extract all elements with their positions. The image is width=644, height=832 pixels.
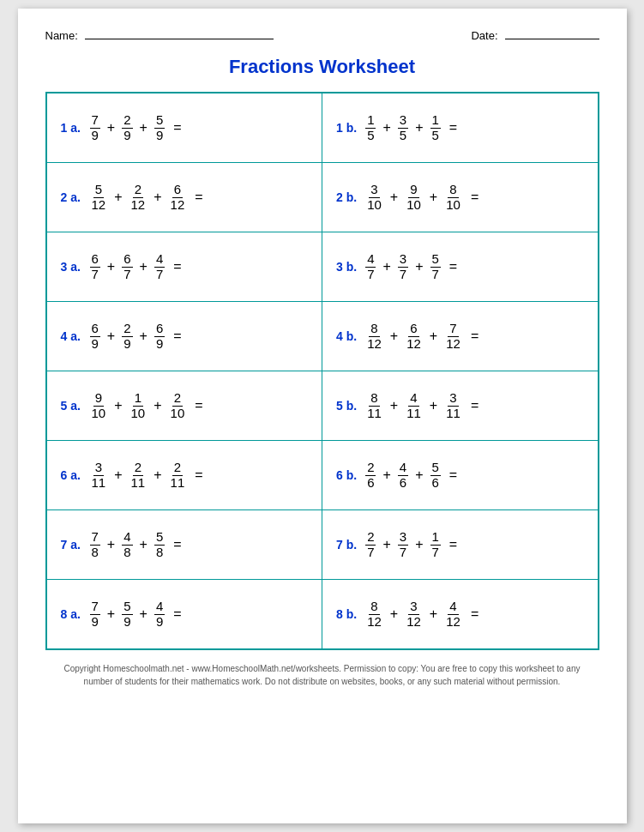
problem-8-right: 8 b.812+312+412= [336,600,478,629]
denominator: 7 [365,546,376,560]
numerator: 3 [398,530,408,546]
numerator: 7 [90,113,100,129]
problem-6-left: 6 a.311+211+211= [61,461,203,490]
numerator: 3 [93,461,104,476]
numerator: 5 [430,252,441,268]
equals-sign: = [471,329,478,344]
fraction: 210 [169,391,187,420]
fraction: 79 [90,113,100,142]
numerator: 3 [398,252,408,268]
numerator: 8 [369,600,379,615]
equals-sign: = [449,537,457,552]
plus-operator: + [140,259,147,274]
problem-label-1-left: 1 a. [61,121,81,135]
cell-5-left: 5 a.910+110+210= [47,371,323,440]
fraction: 310 [365,183,383,212]
fraction: 612 [169,183,187,212]
fraction: 211 [169,461,187,490]
fraction: 78 [90,530,100,559]
problem-4-right: 4 b.812+612+712= [336,322,478,351]
plus-operator: + [415,537,423,552]
denominator: 12 [405,615,423,630]
cell-3-right: 3 b.47+37+57= [322,232,598,301]
fraction: 27 [365,530,376,559]
fraction: 49 [154,600,165,629]
numerator: 1 [365,113,376,129]
cell-4-right: 4 b.812+612+712= [322,302,598,371]
fraction: 910 [90,391,108,420]
problem-1-right: 1 b.15+35+15= [336,113,457,142]
fraction: 312 [405,600,423,629]
grid-row: 3 a.67+67+47=3 b.47+37+57= [47,232,598,302]
fraction: 311 [90,461,108,490]
grid-row: 5 a.910+110+210=5 b.811+411+311= [47,371,598,441]
worksheet-page: Name: Date: Fractions Worksheet 1 a.79+2… [18,9,627,823]
fraction: 311 [444,391,462,420]
denominator: 8 [122,546,132,560]
denominator: 6 [398,476,408,491]
plus-operator: + [390,606,398,622]
problem-4-left: 4 a.69+29+69= [61,322,182,351]
denominator: 7 [154,268,165,282]
plus-operator: + [107,537,115,552]
denominator: 10 [169,407,187,421]
numerator: 7 [90,600,100,615]
grid-row: 7 a.78+48+58=7 b.27+37+17= [47,510,598,580]
cell-8-left: 8 a.79+59+49= [47,580,323,648]
footer: Copyright Homeschoolmath.net - www.Homes… [45,662,599,688]
problem-5-left: 5 a.910+110+210= [61,391,203,420]
fraction: 17 [430,530,441,559]
fraction: 37 [398,252,408,281]
fraction: 59 [154,113,165,142]
numerator: 4 [154,600,165,615]
equals-sign: = [471,606,478,622]
cell-3-left: 3 a.67+67+47= [47,232,323,301]
cell-7-right: 7 b.27+37+17= [322,510,598,579]
footer-line2: number of students for their mathematics… [84,677,561,686]
grid-row: 6 a.311+211+211=6 b.26+46+56= [47,441,598,510]
fraction: 69 [154,322,165,351]
denominator: 7 [122,268,132,282]
plus-operator: + [390,329,398,344]
plus-operator: + [382,467,390,483]
numerator: 5 [430,461,441,476]
denominator: 12 [444,615,462,630]
numerator: 6 [408,322,418,337]
problem-label-4-right: 4 b. [336,329,357,343]
denominator: 12 [90,198,108,213]
grid-row: 8 a.79+59+49=8 b.812+312+412= [47,580,598,648]
fraction: 57 [430,252,441,281]
denominator: 12 [365,337,383,352]
denominator: 8 [154,546,165,560]
denominator: 11 [90,476,108,491]
cell-8-right: 8 b.812+312+412= [322,580,598,648]
fraction: 110 [129,391,147,420]
denominator: 7 [90,268,100,282]
problem-label-7-right: 7 b. [336,538,357,552]
denominator: 7 [430,268,441,282]
denominator: 7 [398,546,408,560]
problem-7-right: 7 b.27+37+17= [336,530,457,559]
date-label: Date: [471,29,497,42]
fraction: 412 [444,600,462,629]
plus-operator: + [153,190,161,205]
problem-label-2-left: 2 a. [61,190,81,204]
fraction: 712 [444,322,462,351]
fraction: 47 [154,252,165,281]
denominator: 11 [405,407,423,421]
numerator: 3 [398,113,408,129]
fraction: 59 [122,600,132,629]
denominator: 5 [398,129,408,143]
plus-operator: + [114,190,122,205]
fraction: 29 [122,322,132,351]
fraction: 58 [154,530,165,559]
numerator: 2 [133,461,143,476]
numerator: 4 [408,391,418,407]
problem-label-7-left: 7 a. [61,538,81,552]
numerator: 4 [448,600,458,615]
problem-5-right: 5 b.811+411+311= [336,391,478,420]
fraction: 26 [365,461,376,490]
denominator: 10 [405,198,423,213]
cell-2-right: 2 b.310+910+810= [322,163,598,232]
numerator: 8 [369,391,379,407]
